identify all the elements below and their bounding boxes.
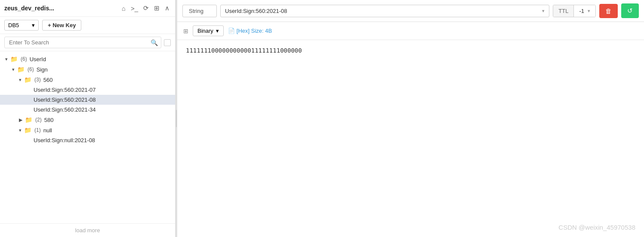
encoding-chevron-icon: ▾ — [216, 28, 219, 34]
search-input[interactable] — [4, 37, 161, 48]
tree-label: UserId:Sign:null:2021-08 — [34, 137, 95, 143]
file-info: 📄 [Hex] Size: 4B — [228, 28, 272, 34]
tree-label: null — [43, 127, 52, 134]
refresh-icon[interactable]: ⟳ — [142, 3, 150, 13]
grid-icon[interactable]: ⊞ — [153, 3, 161, 13]
tree-label: 560 — [43, 77, 53, 83]
tree-item[interactable]: UserId:Sign:null:2021-08 — [0, 135, 175, 145]
tree-item[interactable]: UserId:Sign:560:2021-08 — [0, 95, 175, 105]
db-chevron-icon: ▾ — [32, 22, 35, 28]
key-input-wrap: ▾ — [220, 5, 549, 17]
tree-item[interactable]: ▾📁(6)UserId — [0, 54, 175, 64]
tree-item[interactable]: ▾📁(6)Sign — [0, 64, 175, 75]
delete-button[interactable]: 🗑 — [599, 4, 618, 18]
tree-label: Sign — [37, 66, 48, 73]
load-more-button[interactable]: load more — [75, 227, 100, 234]
tree-caret-icon: ▾ — [19, 77, 22, 83]
type-selector[interactable]: String — [182, 5, 217, 17]
new-key-button[interactable]: + New Key — [42, 20, 81, 31]
tree-count: (6) — [28, 66, 34, 72]
tree-area: ▾📁(6)UserId▾📁(6)Sign▾📁(3)560UserId:Sign:… — [0, 51, 175, 223]
view-icon: ⊞ — [183, 28, 188, 34]
ttl-chevron-icon: ▾ — [588, 8, 590, 14]
tree-item[interactable]: ▾📁(3)560 — [0, 75, 175, 85]
home-icon[interactable]: ⌂ — [120, 4, 127, 13]
encoding-label: Binary — [197, 28, 213, 34]
tree-count: (6) — [21, 56, 27, 62]
folder-icon: 📁 — [24, 76, 31, 83]
ttl-value-wrap[interactable]: -1 ▾ — [574, 5, 595, 17]
type-label: String — [189, 8, 203, 14]
main-panel: String ▾ TTL -1 ▾ 🗑 ↺ ⊞ Binary ▾ 📄 [Hex]… — [177, 0, 644, 237]
encoding-selector[interactable]: Binary ▾ — [193, 25, 224, 36]
tree-count: (3) — [34, 77, 41, 83]
tree-caret-icon: ▶ — [19, 117, 22, 123]
sidebar-header-icons: ⌂ >_ ⟳ ⊞ ∧ — [120, 3, 171, 13]
top-bar: String ▾ TTL -1 ▾ 🗑 ↺ — [177, 0, 644, 22]
key-chevron-icon: ▾ — [542, 8, 545, 14]
key-input[interactable] — [225, 8, 539, 14]
ttl-number: -1 — [579, 8, 584, 14]
db-select-label: DB5 — [8, 22, 29, 28]
db-row: DB5 ▾ + New Key — [0, 17, 175, 34]
tree-label: UserId:Sign:560:2021-07 — [34, 87, 96, 93]
refresh-button[interactable]: ↺ — [621, 3, 639, 18]
tree-item[interactable]: ▶📁(2)580 — [0, 115, 175, 125]
tree-caret-icon: ▾ — [19, 128, 22, 133]
load-more-row: load more — [0, 223, 175, 237]
content-area: 11111110000000000011111111000000 CSDN @w… — [177, 40, 644, 237]
content-bar: ⊞ Binary ▾ 📄 [Hex] Size: 4B — [177, 22, 644, 40]
search-row: 🔍 — [0, 34, 175, 51]
ttl-label: TTL — [553, 5, 574, 17]
tree-item[interactable]: ▾📁(1)null — [0, 125, 175, 135]
tree-label: UserId:Sign:560:2021-34 — [34, 106, 96, 113]
sidebar-header: zeus_dev_redis... ⌂ >_ ⟳ ⊞ ∧ — [0, 0, 175, 17]
tree-label: UserId:Sign:560:2021-08 — [34, 97, 96, 103]
watermark: CSDN @weixin_45970538 — [558, 224, 635, 231]
tree-item[interactable]: UserId:Sign:560:2021-34 — [0, 105, 175, 115]
search-wrap: 🔍 — [4, 37, 161, 48]
search-checkbox[interactable] — [164, 39, 171, 46]
sidebar: zeus_dev_redis... ⌂ >_ ⟳ ⊞ ∧ DB5 ▾ + New… — [0, 0, 176, 237]
tree-caret-icon: ▾ — [12, 67, 15, 72]
terminal-icon[interactable]: >_ — [129, 4, 139, 13]
folder-icon: 📁 — [24, 127, 31, 134]
folder-icon: 📁 — [25, 116, 32, 123]
tree-label: UserId — [30, 56, 46, 62]
binary-value: 11111110000000000011111111000000 — [186, 47, 635, 54]
app-title: zeus_dev_redis... — [4, 5, 54, 12]
tree-caret-icon: ▾ — [5, 56, 8, 62]
db-selector[interactable]: DB5 ▾ — [4, 20, 39, 31]
file-icon: 📄 — [228, 28, 235, 34]
ttl-section: TTL -1 ▾ — [553, 5, 596, 17]
collapse-icon[interactable]: ∧ — [163, 3, 171, 13]
folder-icon: 📁 — [17, 66, 25, 73]
tree-item[interactable]: UserId:Sign:560:2021-07 — [0, 85, 175, 95]
tree-label: 580 — [44, 117, 54, 123]
tree-count: (2) — [35, 117, 42, 123]
folder-icon: 📁 — [10, 56, 18, 62]
file-info-text: [Hex] Size: 4B — [237, 28, 272, 34]
tree-count: (1) — [34, 127, 41, 133]
